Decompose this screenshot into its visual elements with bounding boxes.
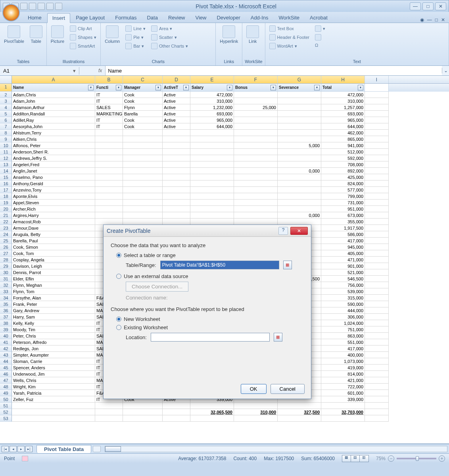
cell[interactable]: 417,000 [321, 345, 365, 352]
qat-icon[interactable] [38, 3, 45, 10]
bar-chart-button[interactable]: Bar ▾ [124, 42, 147, 50]
cell[interactable]: 1,073,000 [321, 358, 365, 365]
cell[interactable] [278, 155, 321, 161]
cell[interactable] [365, 98, 389, 104]
cell[interactable]: 751,000 [321, 326, 365, 333]
page-break-view-icon[interactable]: ▥ [360, 455, 368, 462]
cell[interactable]: 462,000 [321, 130, 365, 136]
cell[interactable] [163, 193, 190, 200]
filter-dropdown-icon[interactable]: ▾ [116, 85, 121, 90]
cancel-button[interactable]: Cancel [271, 384, 305, 394]
cell[interactable] [365, 206, 389, 212]
cell[interactable]: 32,703,000 [321, 409, 365, 415]
cell[interactable]: Cook [123, 123, 163, 130]
cell[interactable]: 425,000 [321, 174, 365, 180]
cell[interactable]: 521,000 [321, 269, 365, 276]
cell[interactable]: Active [163, 92, 190, 98]
col-header-H[interactable]: H [321, 76, 365, 83]
cell[interactable] [365, 174, 389, 180]
cell[interactable]: 0,000 [278, 212, 321, 219]
cell[interactable] [12, 403, 95, 409]
row-header[interactable]: 5 [0, 111, 12, 117]
cell[interactable]: 327,500 [278, 409, 321, 415]
filter-header-functi[interactable]: Functi▾ [95, 84, 123, 92]
cell[interactable]: 644,000 [321, 123, 365, 130]
first-sheet-button[interactable]: |◂ [2, 446, 9, 452]
cell[interactable]: Zeller, Fuz [12, 396, 95, 403]
cell[interactable]: 339,000 [321, 396, 365, 403]
cell[interactable]: 1,917,500 [321, 225, 365, 231]
cell[interactable]: 722,000 [321, 384, 365, 390]
cell[interactable]: 472,000 [321, 92, 365, 98]
cell[interactable] [163, 200, 190, 206]
cell[interactable]: Flynn, Meghan [12, 282, 95, 288]
cell[interactable]: Dennis, Parrot [12, 269, 95, 276]
cell[interactable] [365, 276, 389, 282]
cell[interactable] [234, 149, 278, 155]
cell[interactable] [365, 231, 389, 238]
cell[interactable]: 1,257,000 [321, 104, 365, 111]
existing-worksheet-radio[interactable]: Existing Worksheet [116, 324, 304, 330]
cell[interactable]: Cook, Simon [12, 244, 95, 250]
location-input[interactable] [151, 333, 270, 342]
col-header-G[interactable]: G [278, 76, 321, 83]
cell[interactable] [278, 149, 321, 155]
row-header[interactable]: 12 [0, 155, 12, 161]
cell[interactable] [123, 212, 163, 219]
ribbon-minimize-icon[interactable]: — [427, 17, 432, 23]
zoom-slider[interactable] [397, 458, 436, 459]
cell[interactable] [163, 212, 190, 219]
cell[interactable] [163, 409, 190, 415]
cell[interactable] [95, 180, 123, 187]
cell[interactable] [365, 238, 389, 244]
cell[interactable]: Active [163, 104, 190, 111]
cell[interactable] [123, 200, 163, 206]
cell[interactable] [234, 212, 278, 219]
maximize-button[interactable]: □ [422, 2, 434, 10]
cell[interactable] [234, 193, 278, 200]
cell[interactable]: Forsythe, Alan [12, 295, 95, 301]
external-source-radio[interactable]: Use an external data source [116, 273, 304, 279]
cell[interactable] [365, 244, 389, 250]
row-header-1[interactable]: 1 [0, 84, 12, 92]
row-header[interactable]: 13 [0, 161, 12, 168]
cell[interactable] [365, 396, 389, 403]
cell[interactable] [163, 180, 190, 187]
row-header[interactable]: 41 [0, 339, 12, 345]
filter-header-total[interactable]: Total▾ [321, 84, 365, 92]
dialog-help-button[interactable]: ? [278, 227, 288, 235]
cell[interactable]: Simpter, Asumpter [12, 352, 95, 358]
cell[interactable]: Flynn [123, 104, 163, 111]
filter-dropdown-icon[interactable]: ▾ [314, 85, 320, 90]
cell[interactable] [12, 415, 95, 422]
picture-button[interactable]: Picture [49, 25, 66, 44]
cell[interactable]: Anzevino,Tony [12, 187, 95, 193]
cell[interactable] [190, 136, 234, 142]
cell[interactable] [163, 168, 190, 174]
cell[interactable] [163, 206, 190, 212]
cell[interactable] [365, 377, 389, 384]
cell[interactable] [123, 168, 163, 174]
cell[interactable] [365, 104, 389, 111]
cell[interactable]: 693,000 [321, 111, 365, 117]
row-header[interactable]: 48 [0, 384, 12, 390]
cell[interactable] [234, 174, 278, 180]
cell[interactable]: 0,000 [278, 168, 321, 174]
cell[interactable] [278, 130, 321, 136]
new-sheet-button[interactable] [93, 446, 101, 452]
table-range-input[interactable]: Pivot Table Data'!$A$1:$H$50 [160, 261, 279, 269]
cell[interactable] [278, 92, 321, 98]
cell[interactable] [278, 193, 321, 200]
close-button[interactable]: ✕ [435, 2, 446, 10]
ribbon-tab-data[interactable]: Data [142, 13, 162, 23]
cell[interactable] [190, 168, 234, 174]
cell[interactable]: Active [163, 98, 190, 104]
cell[interactable] [278, 111, 321, 117]
filter-header-activet[interactable]: ActiveT▾ [163, 84, 190, 92]
ribbon-close-icon[interactable]: ✕ [441, 17, 445, 23]
cell[interactable]: Barella [123, 111, 163, 117]
cell[interactable] [95, 187, 123, 193]
cell[interactable]: Arugula, Betty [12, 231, 95, 238]
row-header[interactable]: 40 [0, 333, 12, 339]
cell[interactable] [163, 136, 190, 142]
